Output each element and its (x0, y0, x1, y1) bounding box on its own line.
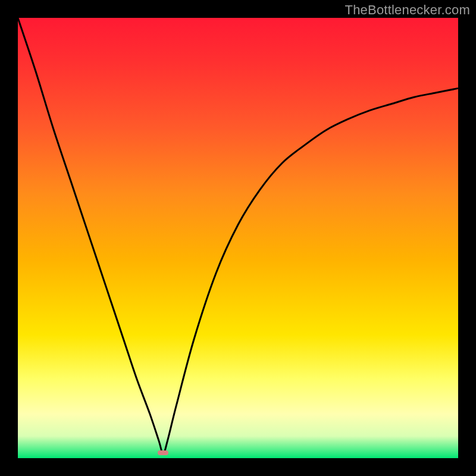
plot-area (18, 18, 458, 458)
minimum-marker (158, 450, 168, 455)
chart-frame: TheBottlenecker.com (0, 0, 476, 476)
bottleneck-curve (18, 18, 458, 454)
curve-svg (18, 18, 458, 458)
watermark-text: TheBottlenecker.com (345, 2, 470, 18)
